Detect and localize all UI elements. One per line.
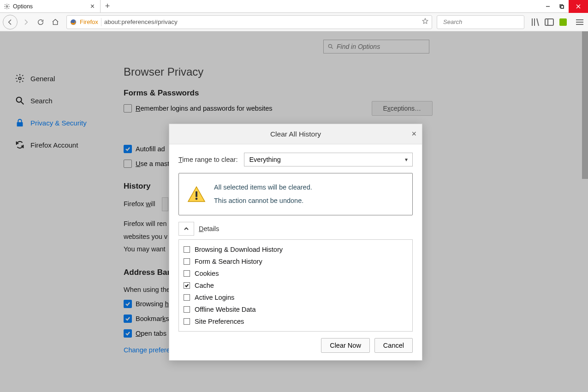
reload-button[interactable]	[34, 16, 47, 29]
back-button[interactable]	[3, 15, 18, 30]
svg-point-0	[6, 6, 8, 7]
warning-line1: All selected items will be cleared.	[214, 181, 312, 194]
svg-rect-15	[559, 18, 567, 26]
dialog-title: Clear All History	[270, 130, 321, 138]
dialog-title-bar: Clear All History ×	[169, 124, 422, 144]
bookmark-star-icon[interactable]	[422, 18, 429, 26]
details-item-label: Form & Search History	[195, 258, 262, 265]
search-input[interactable]	[443, 18, 521, 25]
time-range-select[interactable]: Everything ▾	[244, 153, 413, 166]
window-controls	[541, 0, 588, 12]
details-item-checkbox[interactable]	[184, 282, 190, 289]
maximize-button[interactable]	[555, 0, 569, 13]
tab-options[interactable]: Options ×	[0, 0, 101, 12]
close-window-button[interactable]	[569, 0, 588, 13]
new-tab-button[interactable]: +	[101, 0, 114, 12]
clear-history-dialog: Clear All History × Time range to clear:…	[169, 124, 422, 361]
dropdown-caret-icon: ▾	[405, 156, 408, 163]
chevron-up-icon	[184, 226, 189, 232]
tab-strip: Options × +	[0, 0, 588, 13]
time-range-label: Time range to clear:	[178, 156, 238, 163]
firefox-icon	[70, 18, 77, 26]
close-tab-icon[interactable]: ×	[89, 2, 96, 11]
toolbar-icons	[530, 17, 585, 28]
svg-rect-13	[545, 19, 553, 25]
details-item[interactable]: Form & Search History	[184, 255, 408, 267]
search-icon	[440, 19, 440, 25]
library-icon[interactable]	[530, 17, 541, 28]
clear-now-button[interactable]: Clear Now	[321, 338, 370, 353]
details-item-checkbox[interactable]	[184, 258, 190, 265]
details-item-label: Offline Website Data	[195, 306, 255, 313]
svg-point-8	[440, 22, 440, 22]
details-list: Browsing & Download HistoryForm & Search…	[178, 239, 413, 332]
details-item[interactable]: Browsing & Download History	[184, 244, 408, 255]
details-item-label: Site Preferences	[195, 318, 244, 325]
details-item-checkbox[interactable]	[184, 246, 190, 253]
svg-rect-26	[196, 191, 197, 197]
gear-icon	[4, 3, 10, 10]
menu-button[interactable]	[574, 17, 585, 28]
details-item-checkbox[interactable]	[184, 270, 190, 277]
url-text: about:preferences#privacy	[104, 18, 419, 25]
details-item-label: Cookies	[195, 270, 219, 277]
cancel-button[interactable]: Cancel	[374, 338, 413, 353]
pocket-icon[interactable]	[558, 17, 569, 28]
details-item[interactable]: Cookies	[184, 267, 408, 279]
identity-label: Firefox	[80, 18, 98, 25]
warning-line2: This action cannot be undone.	[214, 194, 312, 208]
details-item-label: Cache	[195, 282, 214, 289]
home-button[interactable]	[49, 16, 62, 29]
details-item[interactable]: Cache	[184, 279, 408, 291]
details-item-label: Browsing & Download History	[195, 246, 283, 253]
details-item[interactable]: Offline Website Data	[184, 303, 408, 315]
tab-title: Options	[13, 3, 86, 10]
svg-line-12	[537, 18, 539, 26]
search-bar[interactable]	[437, 15, 524, 29]
minimize-button[interactable]	[541, 0, 555, 13]
nav-toolbar: Firefox about:preferences#privacy	[0, 13, 588, 31]
forward-button[interactable]	[19, 16, 32, 29]
details-item-checkbox[interactable]	[184, 318, 190, 325]
details-item[interactable]: Site Preferences	[184, 315, 408, 327]
details-item-checkbox[interactable]	[184, 294, 190, 301]
details-toggle-button[interactable]	[178, 222, 194, 236]
dialog-close-button[interactable]: ×	[411, 129, 416, 139]
details-item-checkbox[interactable]	[184, 306, 190, 313]
svg-rect-3	[561, 6, 564, 8]
sidebar-icon[interactable]	[544, 17, 555, 28]
details-item-label: Active Logins	[195, 294, 234, 301]
svg-point-27	[196, 198, 198, 200]
url-bar[interactable]: Firefox about:preferences#privacy	[66, 15, 432, 29]
details-label: Details	[199, 225, 219, 232]
warning-box: All selected items will be cleared. This…	[178, 173, 413, 215]
time-range-value: Everything	[249, 156, 281, 163]
details-item[interactable]: Active Logins	[184, 291, 408, 303]
warning-icon	[187, 185, 206, 203]
